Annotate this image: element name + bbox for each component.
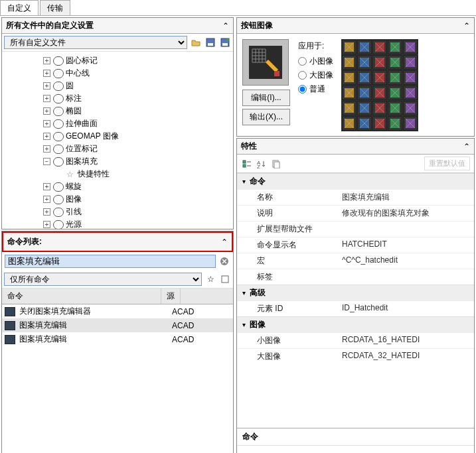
tree-item[interactable]: +圆 — [3, 80, 232, 92]
radio-small[interactable]: 小图像 — [298, 56, 333, 67]
tree-view[interactable]: +圆心标记+中心线+圆+标注+椭圆+拉伸曲面+GEOMAP 图像+位置标记−图案… — [2, 52, 233, 229]
group-image[interactable]: ▾ 图像 — [237, 316, 474, 332]
radio-normal[interactable]: 普通 — [298, 84, 333, 95]
palette-icon[interactable] — [403, 116, 418, 131]
icon-palette[interactable] — [341, 39, 418, 131]
prop-row[interactable]: 命令显示名HATCHEDIT — [237, 237, 474, 253]
tree-item[interactable]: −图案填充 — [3, 155, 232, 168]
expander-icon[interactable]: + — [43, 107, 50, 115]
cmd-row[interactable]: 图案填充编辑ACAD — [2, 332, 233, 346]
expander-icon[interactable]: − — [43, 158, 50, 165]
palette-icon[interactable] — [388, 116, 402, 131]
clear-search-icon[interactable] — [218, 255, 230, 267]
palette-icon[interactable] — [342, 70, 357, 85]
tab-custom[interactable]: 自定义 — [0, 0, 39, 15]
cmd-extra-icon[interactable] — [219, 273, 231, 285]
save-icon[interactable] — [204, 36, 216, 48]
palette-icon[interactable] — [357, 86, 372, 100]
open-icon[interactable] — [190, 36, 202, 48]
prop-row[interactable]: 标签 — [237, 269, 474, 285]
palette-icon[interactable] — [372, 70, 387, 85]
cmd-filter-select[interactable]: 仅所有命令 — [4, 273, 202, 286]
tab-transfer[interactable]: 传输 — [40, 0, 70, 15]
prop-row[interactable]: 元素 IDID_Hatchedit — [237, 300, 474, 316]
palette-icon[interactable] — [342, 101, 357, 115]
palette-icon[interactable] — [342, 55, 357, 70]
prop-value[interactable]: 修改现有的图案填充对象 — [337, 206, 474, 221]
edit-button[interactable]: 编辑(I)... — [242, 90, 290, 106]
expander-icon[interactable]: + — [43, 221, 50, 228]
prop-row[interactable]: 说明修改现有的图案填充对象 — [237, 205, 474, 221]
radio-large[interactable]: 大图像 — [298, 70, 333, 81]
tree-item[interactable]: +位置标记 — [3, 143, 232, 155]
prop-row[interactable]: 扩展型帮助文件 — [237, 221, 474, 237]
palette-icon[interactable] — [403, 55, 418, 70]
palette-icon[interactable] — [357, 101, 372, 115]
prop-value[interactable]: ^C^C_hatchedit — [337, 253, 474, 269]
tree-item[interactable]: +中心线 — [3, 67, 232, 80]
palette-icon[interactable] — [357, 70, 372, 85]
expander-icon[interactable]: + — [43, 95, 50, 102]
cmd-row[interactable]: 图案填充编辑ACAD — [2, 318, 233, 332]
tree-item[interactable]: +拉伸曲面 — [3, 117, 232, 130]
col-source[interactable]: 源 — [161, 289, 181, 304]
palette-icon[interactable] — [388, 40, 402, 54]
expander-icon[interactable]: + — [43, 145, 50, 153]
tree-item[interactable]: +螺旋 — [3, 180, 232, 193]
palette-icon[interactable] — [388, 70, 402, 85]
prop-value[interactable]: RCDATA_32_HATEDI — [337, 349, 474, 364]
tree-item[interactable]: +GEOMAP 图像 — [3, 130, 232, 143]
search-input[interactable] — [5, 255, 216, 268]
palette-icon[interactable] — [357, 40, 372, 54]
palette-icon[interactable] — [403, 86, 418, 100]
collapse-props-icon[interactable]: ⌃ — [463, 142, 470, 151]
palette-icon[interactable] — [372, 86, 387, 100]
expander-icon[interactable]: + — [43, 196, 50, 203]
palette-icon[interactable] — [403, 70, 418, 85]
expander-icon[interactable]: + — [43, 120, 50, 127]
palette-icon[interactable] — [388, 101, 402, 115]
collapse-icon[interactable]: ⌃ — [222, 21, 229, 31]
tree-item[interactable]: +引线 — [3, 206, 232, 218]
tree-item[interactable]: +标注 — [3, 92, 232, 105]
palette-icon[interactable] — [372, 116, 387, 131]
expander-icon[interactable]: + — [43, 133, 50, 140]
filter-select[interactable]: 所有自定义文件 — [4, 36, 187, 49]
expander-icon[interactable]: + — [43, 57, 50, 64]
export-button[interactable]: 输出(X)... — [242, 109, 290, 125]
palette-icon[interactable] — [342, 116, 357, 131]
group-command[interactable]: ▾ 命令 — [237, 173, 474, 189]
prop-value[interactable]: 图案填充编辑 — [337, 190, 474, 205]
prop-row[interactable]: 名称图案填充编辑 — [237, 189, 474, 205]
collapse-cmd-icon[interactable]: ⌃ — [221, 237, 228, 247]
cmd-rows[interactable]: 关闭图案填充编辑器ACAD图案填充编辑ACAD图案填充编辑ACAD — [2, 304, 233, 453]
palette-icon[interactable] — [342, 86, 357, 100]
palette-icon[interactable] — [403, 101, 418, 115]
copy-prop-icon[interactable] — [270, 158, 282, 170]
expander-icon[interactable]: + — [43, 183, 50, 190]
prop-value[interactable] — [337, 269, 474, 285]
tree-item[interactable]: +图像 — [3, 193, 232, 206]
prop-value[interactable]: ID_Hatchedit — [337, 301, 474, 316]
tree-item[interactable]: +椭圆 — [3, 105, 232, 117]
az-sort-icon[interactable]: AZ — [256, 158, 268, 170]
prop-value[interactable]: HATCHEDIT — [337, 237, 474, 253]
collapse-btnimg-icon[interactable]: ⌃ — [463, 21, 470, 31]
prop-value[interactable] — [337, 222, 474, 237]
palette-icon[interactable] — [357, 55, 372, 70]
group-advanced[interactable]: ▾ 高级 — [237, 285, 474, 300]
palette-icon[interactable] — [372, 101, 387, 115]
palette-icon[interactable] — [388, 55, 402, 70]
palette-icon[interactable] — [403, 40, 418, 54]
palette-icon[interactable] — [388, 86, 402, 100]
star-filter-icon[interactable]: ☆ — [204, 273, 216, 285]
expander-icon[interactable]: + — [43, 70, 50, 77]
reset-defaults-button[interactable]: 重置默认值 — [424, 157, 470, 170]
prop-row[interactable]: 小图像RCDATA_16_HATEDI — [237, 332, 474, 348]
prop-value[interactable]: RCDATA_16_HATEDI — [337, 333, 474, 348]
palette-icon[interactable] — [342, 40, 357, 54]
tree-item[interactable]: +圆心标记 — [3, 54, 232, 67]
palette-icon[interactable] — [372, 55, 387, 70]
expander-icon[interactable]: + — [43, 208, 50, 216]
cat-view-icon[interactable] — [241, 158, 253, 170]
